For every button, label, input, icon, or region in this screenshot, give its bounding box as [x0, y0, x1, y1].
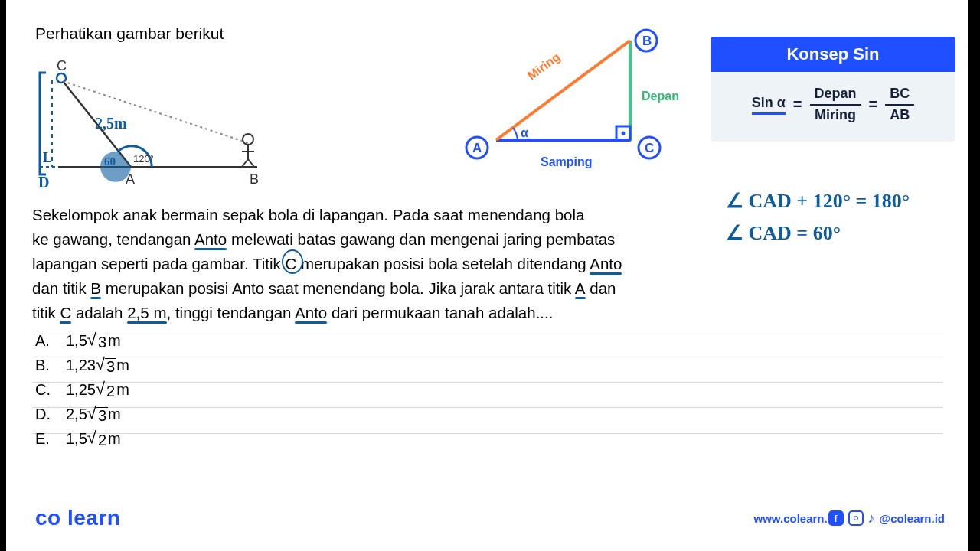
- social-handle: @colearn.id: [880, 512, 945, 525]
- svg-line-14: [242, 159, 248, 167]
- svg-text:A: A: [472, 141, 482, 155]
- formula-lhs: Sin α: [752, 95, 786, 115]
- option-a: A. 1,5 √3 m: [35, 331, 129, 350]
- concept-box: Konsep Sin Sin α = Depan Miring = BC AB: [710, 37, 956, 142]
- page-frame: Perhatikan gambar berikut C 2,5m 120°: [6, 0, 968, 551]
- option-e: E. 1,5 √2 m: [35, 429, 129, 448]
- length-label: 2,5m: [95, 115, 127, 132]
- svg-line-15: [248, 159, 254, 167]
- rule-line: [32, 382, 943, 383]
- work-line-1: ∠ CAD + 120° = 180°: [726, 185, 910, 217]
- svg-point-22: [622, 132, 626, 135]
- svg-text:B: B: [250, 171, 259, 187]
- option-d: D. 2,5 √3 m: [35, 405, 129, 423]
- facebook-icon: f: [828, 510, 844, 526]
- concept-formula: Sin α = Depan Miring = BC AB: [710, 72, 956, 142]
- svg-text:C: C: [57, 58, 67, 73]
- social-links: f ♪ @colearn.id: [828, 510, 945, 527]
- svg-text:A: A: [126, 171, 135, 187]
- question-text: Sekelompok anak bermain sepak bola di la…: [32, 203, 714, 325]
- problem-diagram: C 2,5m 120° 60 L D A B: [35, 54, 265, 187]
- rule-line: [32, 357, 943, 357]
- svg-text:B: B: [642, 34, 652, 48]
- svg-text:α: α: [521, 126, 528, 139]
- svg-text:Depan: Depan: [642, 90, 679, 103]
- rule-line: [32, 331, 943, 331]
- fraction-words: Depan Miring: [810, 86, 861, 123]
- instagram-icon: [848, 510, 864, 526]
- svg-text:D: D: [38, 174, 49, 187]
- tiktok-icon: ♪: [868, 510, 875, 527]
- rule-line: [32, 433, 943, 434]
- svg-text:120°: 120°: [133, 153, 154, 165]
- svg-text:L: L: [43, 150, 52, 165]
- concept-triangle-diagram: α A B C Miring Depan Samping: [458, 27, 680, 172]
- svg-line-20: [496, 41, 630, 140]
- option-c: C. 1,25 √2 m: [35, 380, 129, 399]
- fraction-letters: BC AB: [885, 86, 914, 123]
- website-url: www.colearn.id: [754, 512, 838, 525]
- svg-text:C: C: [645, 141, 654, 155]
- answer-options: A. 1,5 √3 m B. 1,23 √3 m C. 1,25 √2 m D.…: [35, 331, 129, 454]
- handwritten-working: ∠ CAD + 120° = 180° ∠ CAD = 60°: [726, 185, 910, 249]
- brand-logo: co learn: [35, 506, 120, 530]
- rule-line: [32, 407, 943, 408]
- work-line-2: ∠ CAD = 60°: [726, 217, 910, 249]
- instruction-text: Perhatikan gambar berikut: [35, 24, 224, 43]
- concept-header: Konsep Sin: [710, 37, 956, 72]
- option-b: B. 1,23 √3 m: [35, 356, 129, 374]
- svg-point-12: [243, 134, 253, 145]
- svg-text:Samping: Samping: [541, 155, 593, 168]
- svg-text:60: 60: [104, 155, 116, 168]
- footer: co learn www.colearn.id f ♪ @colearn.id: [6, 507, 968, 530]
- svg-line-6: [63, 81, 251, 144]
- svg-text:Miring: Miring: [525, 50, 563, 82]
